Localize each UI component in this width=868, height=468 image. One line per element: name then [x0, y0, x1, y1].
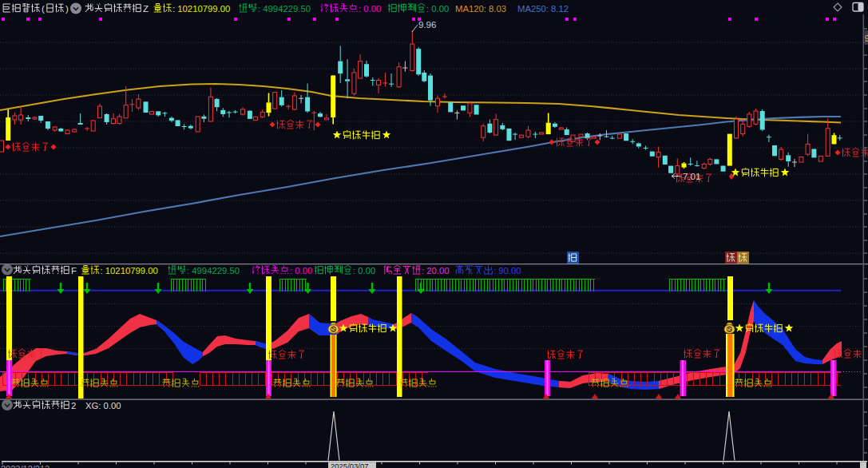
svg-text:: 90.00: : 90.00	[493, 266, 521, 276]
svg-text:: 0.00: : 0.00	[353, 266, 375, 276]
svg-text:2025/03/07: 2025/03/07	[331, 462, 369, 468]
svg-text:XG: 0.00: XG: 0.00	[85, 401, 121, 410]
svg-text:: 4994229.50: : 4994229.50	[258, 4, 311, 14]
svg-text:Z: Z	[143, 4, 149, 14]
svg-text:F: F	[71, 266, 77, 276]
svg-text:: 0.00: : 0.00	[426, 4, 449, 14]
svg-text:(: (	[42, 4, 45, 14]
svg-text:2023/12/2: 2023/12/2	[1, 464, 40, 468]
svg-text:7.01: 7.01	[683, 172, 700, 181]
svg-text:: 4994229.50: : 4994229.50	[187, 266, 240, 276]
svg-text:): )	[65, 4, 69, 14]
svg-text:12: 12	[40, 464, 50, 468]
svg-text:S: S	[727, 325, 732, 333]
svg-text:9.96: 9.96	[418, 20, 436, 30]
svg-text:: 10210799.00: : 10210799.00	[172, 4, 230, 14]
svg-text:9: 9	[865, 34, 868, 43]
svg-text:: 0.00: : 0.00	[290, 266, 312, 276]
svg-text:MA250: 8.12: MA250: 8.12	[517, 4, 569, 14]
svg-text:S: S	[331, 325, 336, 333]
svg-text:MA120: 8.03: MA120: 8.03	[455, 4, 506, 14]
svg-text:: 20.00: : 20.00	[422, 266, 450, 276]
svg-text:2: 2	[71, 401, 76, 410]
svg-text:: 0.00: : 0.00	[359, 4, 381, 14]
svg-text:: 10210799.00: : 10210799.00	[101, 266, 158, 276]
